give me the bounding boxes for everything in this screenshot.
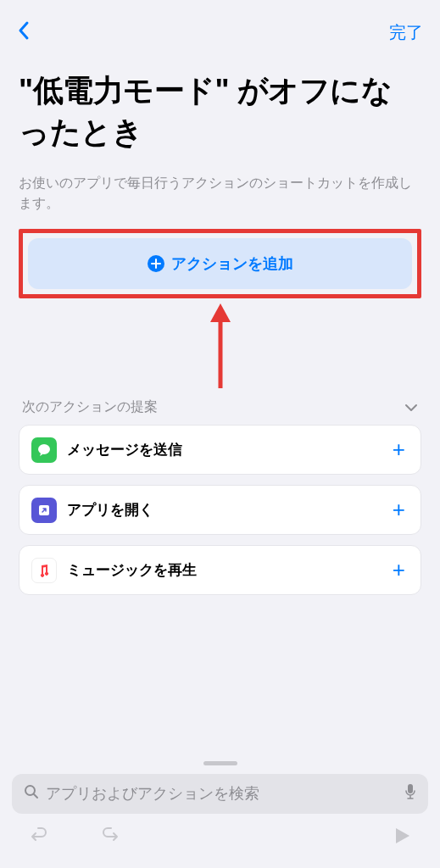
suggestion-label: アプリを開く <box>67 500 379 520</box>
page-subtitle: お使いのアプリで毎日行うアクションのショートカットを作成します。 <box>19 173 421 214</box>
drag-handle[interactable] <box>203 761 237 765</box>
add-action-label: アクションを追加 <box>171 253 293 274</box>
add-suggestion-button[interactable]: + <box>389 497 409 523</box>
done-button[interactable]: 完了 <box>389 21 423 44</box>
mic-icon[interactable] <box>404 783 416 804</box>
svg-marker-7 <box>396 828 409 843</box>
svg-line-5 <box>34 794 37 798</box>
suggestion-label: メッセージを送信 <box>67 440 379 459</box>
suggestion-item-messages[interactable]: メッセージを送信 + <box>19 425 421 475</box>
suggestion-label: ミュージックを再生 <box>67 560 379 580</box>
nav-bar: 完了 <box>3 8 437 53</box>
svg-rect-6 <box>408 784 413 793</box>
suggestion-item-music[interactable]: ミュージックを再生 + <box>19 545 421 595</box>
content-area: "低電力モード" がオフになったとき お使いのアプリで毎日行うアクションのショー… <box>3 53 437 756</box>
suggestions-label: 次のアクションの提案 <box>22 398 158 416</box>
add-suggestion-button[interactable]: + <box>389 557 409 583</box>
messages-icon <box>31 437 57 463</box>
page-title: "低電力モード" がオフになったとき <box>19 70 421 153</box>
add-action-button[interactable]: アクションを追加 <box>28 238 412 289</box>
plus-circle-icon <box>148 255 164 272</box>
highlight-annotation: アクションを追加 <box>19 229 421 298</box>
bottom-toolbar <box>12 814 428 858</box>
search-input[interactable] <box>46 785 398 803</box>
redo-button[interactable] <box>100 826 120 851</box>
arrow-annotation <box>19 303 421 388</box>
music-icon <box>31 558 57 583</box>
search-icon <box>24 784 39 804</box>
play-button[interactable] <box>393 826 411 850</box>
suggestion-item-open-app[interactable]: アプリを開く + <box>19 485 421 535</box>
undo-button[interactable] <box>29 826 49 851</box>
search-bar[interactable] <box>12 774 428 814</box>
bottom-panel <box>3 756 437 868</box>
svg-point-2 <box>38 444 50 454</box>
add-suggestion-button[interactable]: + <box>389 437 409 463</box>
svg-marker-1 <box>210 303 231 322</box>
shortcuts-icon <box>31 498 57 523</box>
chevron-down-icon <box>404 401 418 415</box>
shortcut-editor-sheet: 完了 "低電力モード" がオフになったとき お使いのアプリで毎日行うアクションの… <box>3 8 437 868</box>
back-button[interactable] <box>17 20 31 45</box>
suggestions-header[interactable]: 次のアクションの提案 <box>19 393 421 425</box>
